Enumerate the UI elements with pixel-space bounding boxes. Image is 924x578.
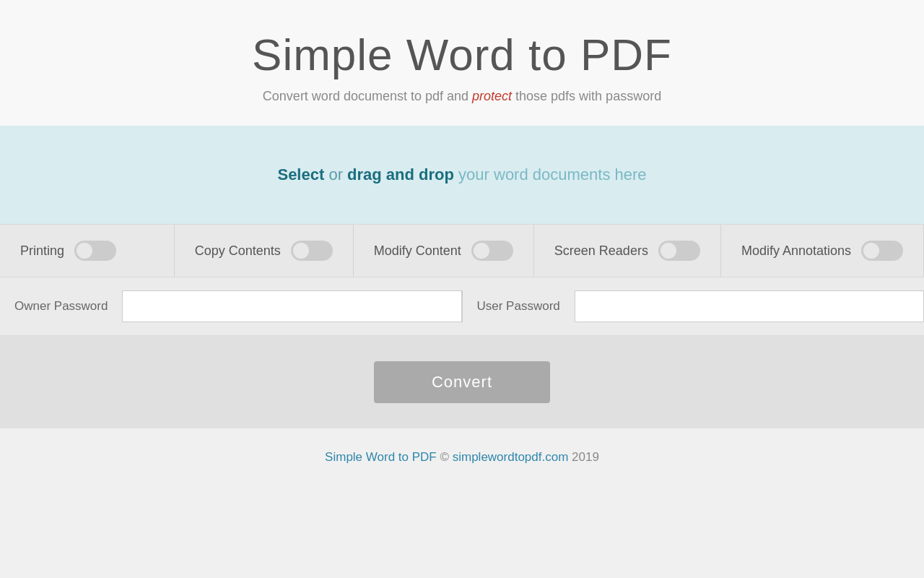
footer-section: Simple Word to PDF © simplewordtopdf.com… [0, 428, 924, 486]
password-section: Owner Password User Password [0, 277, 924, 336]
header-section: Simple Word to PDF Convert word documens… [0, 0, 924, 126]
toggle-item-screen-readers: Screen Readers [534, 225, 721, 277]
footer-copyright: © [437, 450, 453, 464]
toggle-slider-modify-annotations [861, 241, 903, 261]
owner-password-group: Owner Password [0, 290, 462, 322]
toggle-switch-modify-content[interactable] [471, 241, 513, 261]
toggle-switch-copy-contents[interactable] [291, 241, 333, 261]
toggles-row: Printing Copy Contents Modify Content Sc… [0, 225, 924, 277]
toggle-item-copy-contents: Copy Contents [175, 225, 354, 277]
toggle-switch-printing[interactable] [74, 241, 116, 261]
footer-year: 2019 [568, 450, 599, 464]
toggle-slider-copy-contents [291, 241, 333, 261]
toggle-item-modify-annotations: Modify Annotations [721, 225, 924, 277]
user-password-group: User Password [463, 290, 925, 322]
toggle-label-modify-content: Modify Content [374, 243, 461, 259]
page-subtitle: Convert word documenst to pdf and protec… [14, 89, 910, 104]
toggles-section: Printing Copy Contents Modify Content Sc… [0, 224, 924, 277]
or-text: or [324, 165, 347, 184]
toggle-label-screen-readers: Screen Readers [554, 243, 648, 259]
convert-button[interactable]: Convert [374, 361, 550, 403]
toggle-label-modify-annotations: Modify Annotations [741, 243, 851, 259]
owner-password-input[interactable] [122, 290, 461, 322]
page-title: Simple Word to PDF [14, 29, 910, 80]
subtitle-before: Convert word documenst to pdf and [263, 89, 472, 103]
toggle-label-printing: Printing [20, 243, 64, 259]
drop-zone[interactable]: Select or drag and drop your word docume… [0, 126, 924, 224]
toggle-slider-printing [74, 241, 116, 261]
toggle-switch-screen-readers[interactable] [658, 241, 700, 261]
footer-text: Simple Word to PDF © simplewordtopdf.com… [14, 450, 910, 465]
toggle-item-modify-content: Modify Content [354, 225, 534, 277]
owner-password-label: Owner Password [0, 299, 122, 314]
footer-link[interactable]: simplewordtopdf.com [453, 450, 569, 464]
subtitle-protect: protect [472, 89, 512, 103]
user-password-label: User Password [463, 299, 575, 314]
user-password-input[interactable] [575, 290, 924, 322]
toggle-switch-modify-annotations[interactable] [861, 241, 903, 261]
convert-section: Convert [0, 336, 924, 428]
subtitle-after: those pdfs with password [512, 89, 661, 103]
toggle-slider-modify-content [471, 241, 513, 261]
toggle-label-copy-contents: Copy Contents [195, 243, 281, 259]
drop-zone-rest: your word documents here [454, 165, 647, 184]
drag-drop-text: drag and drop [347, 165, 454, 184]
drop-zone-text: Select or drag and drop your word docume… [14, 165, 910, 184]
toggle-slider-screen-readers [658, 241, 700, 261]
select-link[interactable]: Select [277, 165, 324, 184]
toggle-item-printing: Printing [0, 225, 175, 277]
footer-app-name: Simple Word to PDF [325, 450, 437, 464]
